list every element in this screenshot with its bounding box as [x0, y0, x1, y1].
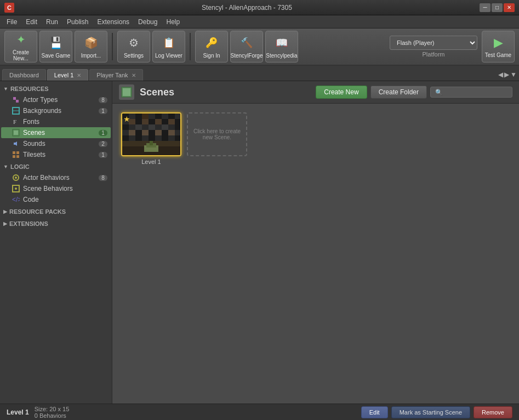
- actor-types-label: Actor Types: [23, 96, 58, 104]
- settings-button[interactable]: ⚙ Settings: [117, 31, 150, 63]
- tab-player-tank[interactable]: Player Tank ✕: [89, 69, 142, 81]
- svg-rect-33: [155, 119, 162, 124]
- menu-extensions[interactable]: Extensions: [93, 17, 134, 27]
- resource-packs-section: ▶ RESOURCE PACKS: [0, 206, 112, 217]
- svg-rect-7: [13, 151, 15, 154]
- backgrounds-badge: 1: [99, 108, 107, 114]
- stencylforge-button[interactable]: 🔨 StencylForge: [230, 31, 263, 63]
- svg-rect-0: [13, 97, 16, 100]
- menu-help[interactable]: Help: [162, 17, 184, 27]
- actor-behaviors-label: Actor Behaviors: [23, 174, 70, 181]
- resources-arrow-icon: ▼: [3, 86, 8, 92]
- tab-dashboard-label: Dashboard: [9, 72, 39, 78]
- menu-file[interactable]: File: [2, 17, 21, 27]
- tab-dashboard[interactable]: Dashboard: [2, 69, 46, 81]
- search-input[interactable]: [430, 87, 512, 98]
- tab-menu-icon[interactable]: ▼: [510, 71, 517, 78]
- menu-edit[interactable]: Edit: [21, 17, 42, 27]
- status-scene-name: Level 1: [7, 408, 29, 416]
- svg-rect-23: [149, 113, 155, 119]
- import-button[interactable]: 📦 Import...: [75, 31, 107, 63]
- resource-packs-header[interactable]: ▶ RESOURCE PACKS: [0, 206, 112, 217]
- sidebar-item-code[interactable]: </> Code: [1, 194, 111, 205]
- stencylpedia-label: Stencylpedia: [266, 53, 297, 59]
- tilesets-badge: 1: [99, 152, 107, 158]
- resources-header[interactable]: ▼ RESOURCES: [0, 83, 112, 94]
- svg-rect-22: [142, 113, 149, 119]
- platform-group: Flash (Player) Flash (Browser) HTML5 iOS…: [390, 36, 477, 58]
- stencylpedia-icon: 📖: [274, 35, 289, 50]
- statusbar: Level 1 Size: 20 x 15 0 Behaviors Edit M…: [0, 404, 519, 420]
- edit-scene-button[interactable]: Edit: [361, 406, 388, 418]
- sidebar-item-sounds[interactable]: Sounds 2: [1, 138, 111, 149]
- scene-item-level1[interactable]: ★: [121, 112, 181, 165]
- maximize-button[interactable]: □: [492, 3, 503, 12]
- platform-select[interactable]: Flash (Player) Flash (Browser) HTML5 iOS…: [390, 36, 477, 50]
- log-viewer-icon: 📋: [161, 35, 176, 50]
- extensions-header[interactable]: ▶ EXTENSIONS: [0, 218, 112, 229]
- svg-rect-40: [142, 124, 149, 130]
- svg-rect-34: [162, 119, 168, 124]
- tab-level1-close[interactable]: ✕: [77, 72, 81, 78]
- sign-in-icon: 🔑: [204, 35, 219, 50]
- sidebar-item-scenes[interactable]: Scenes 1: [1, 127, 111, 138]
- tab-player-tank-close[interactable]: ✕: [132, 72, 136, 78]
- actor-types-badge: 8: [99, 97, 107, 103]
- minimize-button[interactable]: ─: [480, 3, 491, 12]
- sidebar-item-backgrounds[interactable]: Backgrounds 1: [1, 105, 111, 116]
- stencylpedia-button[interactable]: 📖 Stencylpedia: [265, 31, 298, 63]
- svg-rect-52: [162, 130, 168, 135]
- tabs-bar: Dashboard Level 1 ✕ Player Tank ✕ ◀ ▶ ▼: [0, 66, 519, 81]
- logic-arrow-icon: ▼: [3, 164, 8, 169]
- toolbar: ✦ Create New... 💾 Save Game 📦 Import... …: [0, 29, 519, 66]
- scene-thumbnail-level1[interactable]: ★: [121, 112, 181, 156]
- remove-scene-button[interactable]: Remove: [474, 406, 512, 418]
- save-game-button[interactable]: 💾 Save Game: [39, 31, 72, 63]
- svg-rect-37: [122, 124, 129, 130]
- mark-starting-scene-button[interactable]: Mark as Starting Scene: [391, 406, 470, 418]
- log-viewer-label: Log Viewer: [155, 53, 182, 59]
- svg-rect-50: [149, 130, 155, 135]
- tab-next-icon[interactable]: ▶: [504, 71, 509, 78]
- logic-header[interactable]: ▼ LOGIC: [0, 161, 112, 172]
- svg-point-14: [15, 188, 17, 190]
- create-new-button[interactable]: ✦ Create New...: [4, 31, 37, 63]
- create-new-icon: ✦: [13, 32, 28, 47]
- logic-section: ▼ LOGIC Actor Behaviors 8 Scene Behavior…: [0, 161, 112, 205]
- tab-level1[interactable]: Level 1 ✕: [47, 69, 88, 81]
- resources-header-label: RESOURCES: [10, 86, 49, 92]
- sidebar-item-scene-behaviors[interactable]: Scene Behaviors: [1, 183, 111, 194]
- create-folder-button[interactable]: Create Folder: [370, 86, 427, 99]
- extensions-section: ▶ EXTENSIONS: [0, 218, 112, 229]
- settings-icon: ⚙: [126, 35, 141, 50]
- sidebar-item-actor-types[interactable]: Actor Types 8: [1, 94, 111, 105]
- platform-label: Platform: [423, 51, 445, 58]
- svg-rect-57: [135, 135, 142, 141]
- code-label: Code: [23, 196, 39, 203]
- menu-debug[interactable]: Debug: [134, 17, 162, 27]
- svg-rect-59: [149, 135, 155, 141]
- sidebar-item-actor-behaviors[interactable]: Actor Behaviors 8: [1, 172, 111, 183]
- app-icon: C: [4, 3, 14, 13]
- create-scene-placeholder[interactable]: Click here to create new Scene.: [187, 112, 247, 156]
- sidebar-item-tilesets[interactable]: Tilesets 1: [1, 149, 111, 160]
- test-game-button[interactable]: ▶ Test Game: [482, 31, 515, 63]
- create-new-scene-button[interactable]: Create New: [316, 86, 367, 99]
- tab-prev-icon[interactable]: ◀: [498, 71, 503, 78]
- svg-rect-38: [129, 124, 135, 130]
- resource-packs-header-label: RESOURCE PACKS: [9, 208, 66, 215]
- svg-rect-41: [149, 124, 155, 130]
- menu-publish[interactable]: Publish: [62, 17, 93, 27]
- log-viewer-button[interactable]: 📋 Log Viewer: [152, 31, 185, 63]
- scenes-section-icon: [119, 84, 134, 100]
- menu-run[interactable]: Run: [42, 17, 62, 27]
- svg-point-12: [15, 177, 17, 179]
- svg-rect-17: [123, 88, 130, 96]
- sign-in-button[interactable]: 🔑 Sign In: [195, 31, 228, 63]
- main-area: ▼ RESOURCES Actor Types 8 Backgrounds 1 …: [0, 81, 519, 404]
- content-area: Scenes Create New Create Folder ★: [112, 81, 519, 404]
- import-label: Import...: [81, 53, 101, 59]
- sidebar-item-fonts[interactable]: F Fonts: [1, 116, 111, 127]
- close-button[interactable]: ✕: [504, 3, 515, 12]
- svg-rect-39: [135, 124, 142, 130]
